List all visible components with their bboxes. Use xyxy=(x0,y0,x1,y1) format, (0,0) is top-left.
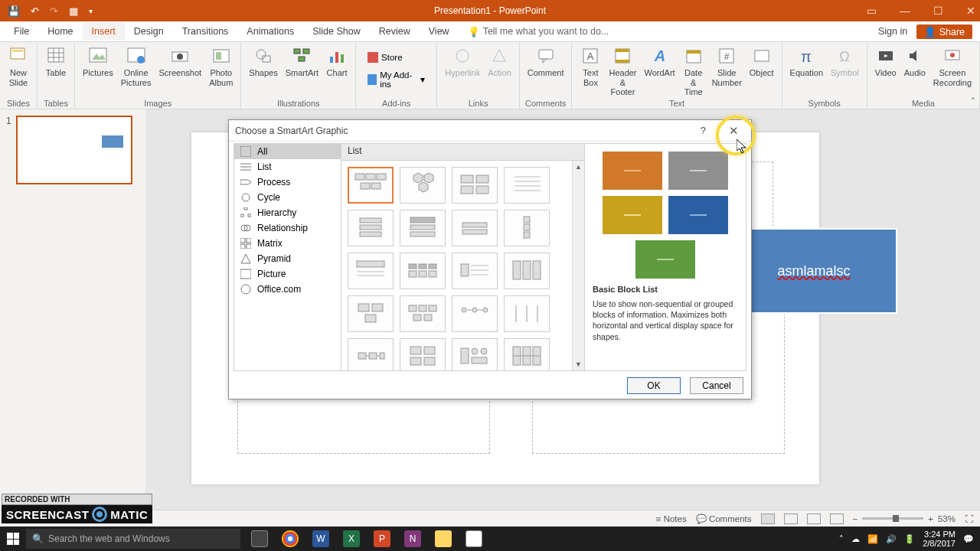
category-matrix[interactable]: Matrix xyxy=(234,236,341,251)
excel-icon[interactable]: X xyxy=(337,527,366,551)
tab-transitions[interactable]: Transitions xyxy=(173,23,238,40)
zoom-in-icon[interactable]: + xyxy=(928,514,933,523)
dialog-close-icon[interactable]: ✕ xyxy=(723,122,745,139)
smartart-item[interactable] xyxy=(400,338,446,370)
dialog-help-icon[interactable]: ? xyxy=(694,123,712,138)
smartart-item[interactable] xyxy=(452,253,498,289)
cancel-button[interactable]: Cancel xyxy=(690,377,743,394)
shapes-button[interactable]: Shapes xyxy=(246,44,280,80)
zoom-out-icon[interactable]: − xyxy=(853,514,858,523)
smartart-item[interactable] xyxy=(452,210,498,246)
category-cycle[interactable]: Cycle xyxy=(234,190,341,205)
onedrive-icon[interactable]: ☁ xyxy=(851,534,860,544)
pictures-button[interactable]: Pictures xyxy=(80,44,116,80)
redo-icon[interactable]: ↷ xyxy=(50,5,58,17)
date-time-button[interactable]: Date & Time xyxy=(680,44,707,99)
file-explorer-icon[interactable] xyxy=(429,527,458,551)
comment-button[interactable]: Comment xyxy=(524,44,567,80)
store-icon[interactable] xyxy=(459,527,488,551)
qat-customize-icon[interactable]: ▾ xyxy=(89,7,93,15)
smartart-item[interactable] xyxy=(348,295,394,332)
audio-button[interactable]: Audio xyxy=(901,44,929,80)
gallery-scrollbar[interactable]: ▲ ▼ xyxy=(572,161,584,370)
sorter-view-icon[interactable] xyxy=(784,514,798,524)
undo-icon[interactable]: ↶ xyxy=(31,5,39,17)
smartart-item[interactable] xyxy=(400,295,446,332)
slideshow-view-icon[interactable] xyxy=(830,514,844,524)
smartart-item[interactable] xyxy=(400,167,446,204)
category-relationship[interactable]: Relationship xyxy=(234,220,341,236)
tab-home[interactable]: Home xyxy=(38,23,82,40)
word-icon[interactable]: W xyxy=(306,527,335,551)
ok-button[interactable]: OK xyxy=(627,377,681,394)
smartart-button[interactable]: SmartArt xyxy=(283,44,322,80)
category-hierarchy[interactable]: Hierarchy xyxy=(234,205,341,220)
battery-icon[interactable]: 🔋 xyxy=(904,534,915,544)
zoom-value[interactable]: 53% xyxy=(938,514,956,523)
smartart-item[interactable] xyxy=(504,167,550,204)
close-window-icon[interactable]: ✕ xyxy=(966,5,975,17)
textbox-button[interactable]: AText Box xyxy=(577,44,604,89)
fit-to-window-icon[interactable]: ⛶ xyxy=(965,514,974,523)
notes-button[interactable]: ≡ Notes xyxy=(656,514,687,523)
collapse-ribbon-icon[interactable]: ˄ xyxy=(971,96,975,107)
sign-in-link[interactable]: Sign in xyxy=(878,26,907,37)
ribbon-options-icon[interactable]: ▭ xyxy=(867,5,877,17)
chrome-icon[interactable] xyxy=(276,527,305,551)
object-button[interactable]: Object xyxy=(746,44,777,80)
slide-thumbnail-1[interactable] xyxy=(16,116,132,184)
tab-review[interactable]: Review xyxy=(370,23,420,40)
comments-button[interactable]: 💬 Comments xyxy=(696,514,752,524)
screen-recording-button[interactable]: Screen Recording xyxy=(930,44,975,89)
smartart-item[interactable] xyxy=(400,253,446,289)
tab-insert[interactable]: Insert xyxy=(83,23,125,40)
category-list[interactable]: List xyxy=(234,159,341,174)
equation-button[interactable]: πEquation xyxy=(787,44,826,80)
smartart-item[interactable] xyxy=(504,253,550,289)
smartart-item[interactable] xyxy=(452,167,498,204)
smartart-item[interactable] xyxy=(348,338,394,370)
reading-view-icon[interactable] xyxy=(807,514,821,524)
volume-icon[interactable]: 🔊 xyxy=(886,534,897,544)
wifi-icon[interactable]: 📶 xyxy=(867,534,878,544)
chart-button[interactable]: Chart xyxy=(323,44,351,80)
photo-album-button[interactable]: Photo Album xyxy=(206,44,236,89)
new-slide-button[interactable]: New Slide xyxy=(5,44,32,89)
category-pyramid[interactable]: Pyramid xyxy=(234,251,341,266)
powerpoint-icon[interactable]: P xyxy=(368,527,397,551)
slide-number-button[interactable]: #Slide Number xyxy=(709,44,745,89)
smartart-item[interactable] xyxy=(504,295,550,332)
zoom-slider[interactable]: − + 53% xyxy=(853,514,956,523)
smartart-item[interactable] xyxy=(504,338,550,370)
online-pictures-button[interactable]: Online Pictures xyxy=(118,44,155,89)
smartart-item[interactable] xyxy=(348,210,394,246)
wordart-button[interactable]: AWordArt xyxy=(642,44,678,80)
normal-view-icon[interactable] xyxy=(761,514,775,524)
taskbar-search[interactable]: 🔍 Search the web and Windows xyxy=(26,529,240,549)
share-button[interactable]: 👤 Share xyxy=(916,24,972,39)
start-button[interactable] xyxy=(0,527,26,551)
category-picture[interactable]: Picture xyxy=(234,266,341,282)
smartart-item[interactable] xyxy=(504,210,550,246)
header-footer-button[interactable]: Header & Footer xyxy=(606,44,639,99)
video-button[interactable]: Video xyxy=(872,44,900,80)
category-process[interactable]: Process xyxy=(234,174,341,190)
text-shape[interactable]: asmlamalsc xyxy=(730,228,897,314)
tell-me-search[interactable]: 💡 Tell me what you want to do... xyxy=(459,23,619,41)
store-button[interactable]: Store xyxy=(361,50,432,65)
tab-file[interactable]: File xyxy=(5,23,38,40)
save-icon[interactable]: 💾 xyxy=(8,5,20,17)
onenote-icon[interactable]: N xyxy=(398,527,427,551)
tab-slideshow[interactable]: Slide Show xyxy=(303,23,370,40)
clock[interactable]: 3:24 PM 2/8/2017 xyxy=(923,530,956,548)
tab-design[interactable]: Design xyxy=(125,23,173,40)
scroll-down-icon[interactable]: ▼ xyxy=(573,358,584,370)
smartart-item[interactable] xyxy=(348,253,394,289)
tray-up-icon[interactable]: ˄ xyxy=(839,534,844,544)
my-addins-button[interactable]: My Add-ins ▾ xyxy=(361,68,432,91)
smartart-item[interactable] xyxy=(400,210,446,246)
maximize-icon[interactable]: ☐ xyxy=(933,5,943,17)
task-view-icon[interactable] xyxy=(245,527,274,551)
scroll-up-icon[interactable]: ▲ xyxy=(573,161,584,173)
category-officecom[interactable]: Office.com xyxy=(234,282,341,297)
